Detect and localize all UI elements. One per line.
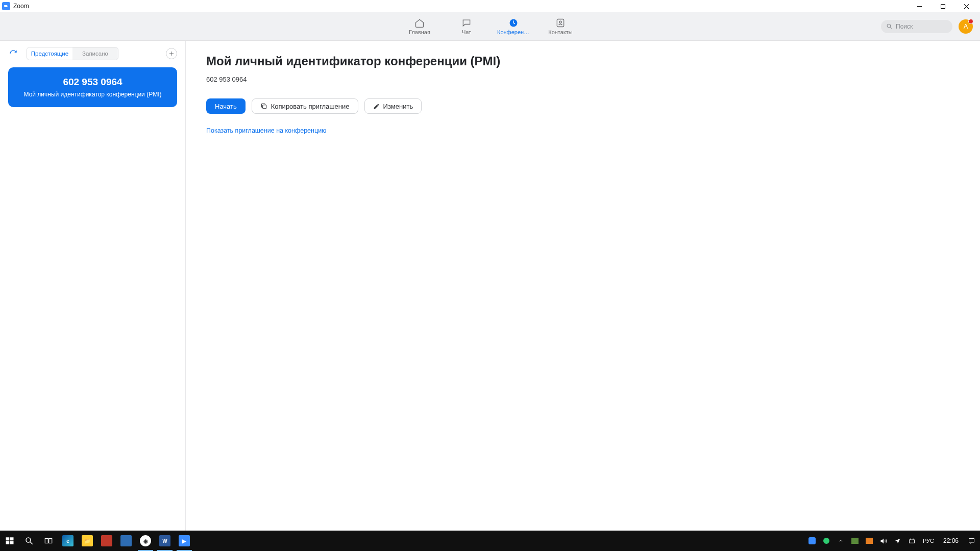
page-title: Мой личный идентификатор конференции (PM… [206, 54, 960, 68]
taskbar-app-word[interactable]: W [155, 531, 175, 551]
search-input[interactable]: Поиск [881, 20, 952, 33]
start-button-label: Начать [215, 103, 237, 110]
window-maximize-button[interactable] [931, 0, 954, 12]
network-icon [908, 537, 916, 545]
zoom-icon: ▶ [179, 535, 190, 546]
main-nav: Главная Чат Конференц... Контакты [403, 18, 577, 35]
windows-taskbar: e 📁 ◉ W ▶ РУС 22:06 [0, 531, 980, 551]
tray-app-icon [866, 538, 873, 544]
taskbar-app-edge[interactable]: e [58, 531, 78, 551]
chat-icon [461, 18, 472, 28]
sidebar: Предстоящие Записано 602 953 0964 Мой ли… [0, 41, 186, 531]
plus-icon [168, 51, 175, 57]
main-content: Мой личный идентификатор конференции (PM… [186, 41, 980, 531]
start-menu-button[interactable] [0, 531, 19, 551]
svg-rect-15 [10, 541, 14, 544]
nav-home-label: Главная [409, 29, 430, 35]
svg-rect-20 [910, 540, 915, 543]
start-button[interactable]: Начать [206, 98, 246, 114]
tray-item[interactable] [806, 531, 818, 551]
svg-rect-13 [10, 537, 14, 540]
tray-status-icon [823, 538, 829, 544]
chevron-up-icon [838, 538, 843, 543]
home-icon [414, 18, 425, 28]
taskbar-app-explorer[interactable]: 📁 [78, 531, 97, 551]
tray-zoom-icon [808, 537, 816, 544]
svg-rect-18 [45, 539, 48, 543]
pmi-card-id: 602 953 0964 [15, 77, 170, 88]
task-view-button[interactable] [39, 531, 58, 551]
task-view-icon [44, 536, 53, 545]
svg-point-6 [559, 21, 561, 23]
volume-icon [879, 537, 887, 545]
sidebar-filter-tabs: Предстоящие Записано [27, 47, 118, 60]
tab-recorded[interactable]: Записано [72, 47, 118, 60]
nav-meetings[interactable]: Конференц... [497, 18, 530, 35]
nav-chat-label: Чат [462, 29, 471, 35]
tray-item[interactable] [849, 531, 861, 551]
folder-icon: 📁 [82, 535, 93, 546]
chrome-icon: ◉ [140, 535, 151, 546]
taskbar-app-chrome[interactable]: ◉ [136, 531, 155, 551]
pmi-card-subtitle: Мой личный идентификатор конференции (PM… [15, 91, 170, 98]
meeting-id-text: 602 953 0964 [206, 76, 960, 83]
avatar[interactable]: A [959, 19, 973, 34]
avatar-initial: A [964, 22, 968, 30]
copy-button-label: Копировать приглашение [271, 103, 350, 110]
svg-rect-1 [941, 4, 945, 8]
taskbar-app-generic1[interactable] [97, 531, 116, 551]
zoom-logo-icon [2, 2, 10, 10]
tray-item[interactable] [864, 531, 875, 551]
tray-location-button[interactable] [892, 531, 903, 551]
nav-contacts[interactable]: Контакты [544, 18, 577, 35]
app-icon [101, 535, 112, 546]
svg-line-8 [890, 27, 892, 29]
edit-button[interactable]: Изменить [364, 98, 422, 114]
tray-chevron-button[interactable] [835, 531, 846, 551]
contacts-icon [555, 18, 566, 28]
window-minimize-button[interactable] [908, 0, 931, 12]
app-icon [120, 535, 132, 546]
window-titlebar: Zoom [0, 0, 980, 12]
copy-icon [260, 103, 267, 110]
window-close-button[interactable] [954, 0, 978, 12]
nav-chat[interactable]: Чат [450, 18, 483, 35]
taskbar-app-generic2[interactable] [116, 531, 136, 551]
nav-home[interactable]: Главная [403, 18, 436, 35]
svg-rect-14 [6, 541, 10, 544]
svg-rect-11 [262, 105, 266, 109]
system-tray: РУС 22:06 [806, 531, 980, 551]
nav-contacts-label: Контакты [548, 29, 573, 35]
pmi-card[interactable]: 602 953 0964 Мой личный идентификатор ко… [8, 67, 177, 107]
taskbar-app-zoom[interactable]: ▶ [175, 531, 194, 551]
language-indicator[interactable]: РУС [921, 538, 936, 544]
edge-icon: e [62, 535, 74, 546]
refresh-button[interactable] [8, 48, 18, 59]
search-icon [886, 23, 893, 30]
windows-icon [5, 536, 14, 545]
copy-invitation-button[interactable]: Копировать приглашение [252, 98, 358, 114]
tab-upcoming[interactable]: Предстоящие [27, 47, 72, 60]
tray-network-button[interactable] [906, 531, 918, 551]
action-center-button[interactable] [966, 531, 977, 551]
add-meeting-button[interactable] [166, 48, 177, 59]
edit-button-label: Изменить [383, 103, 413, 110]
tray-nvidia-icon [851, 538, 859, 544]
tray-item[interactable] [821, 531, 832, 551]
svg-line-17 [30, 542, 33, 544]
location-icon [894, 538, 901, 544]
svg-rect-19 [49, 539, 52, 543]
window-title: Zoom [13, 3, 29, 10]
svg-rect-12 [6, 537, 10, 540]
pencil-icon [373, 103, 380, 110]
svg-point-7 [887, 24, 891, 28]
search-icon [24, 536, 34, 545]
search-placeholder: Поиск [896, 23, 913, 30]
svg-point-16 [26, 538, 31, 542]
taskbar-search-button[interactable] [19, 531, 39, 551]
nav-meetings-label: Конференц... [497, 29, 530, 35]
tray-volume-button[interactable] [878, 531, 889, 551]
taskbar-clock[interactable]: 22:06 [939, 537, 963, 544]
show-invitation-link[interactable]: Показать приглашение на конференцию [206, 127, 960, 134]
app-toolbar: Главная Чат Конференц... Контакты Поиск [0, 12, 980, 41]
